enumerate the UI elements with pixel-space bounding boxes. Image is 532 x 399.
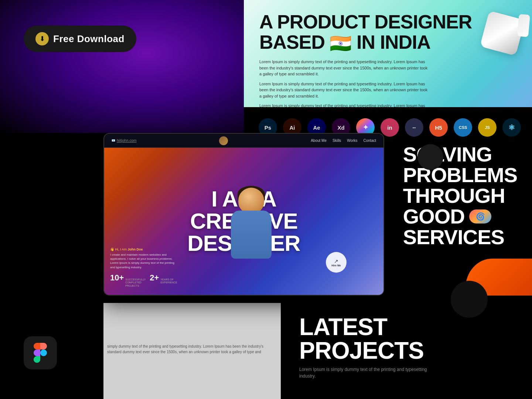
card-body-1: Lorem Ipsum is simply dummy text of the …: [259, 59, 429, 77]
latest-projects-section: LATEST PROJECTS Lorem Ipsum is simply du…: [281, 296, 532, 399]
person-illustration: [214, 184, 288, 295]
tool-moho[interactable]: •••: [405, 118, 423, 137]
greeting-text: 👋 Hi, I Am John Doe: [110, 248, 179, 251]
tool-invision[interactable]: in: [381, 118, 399, 137]
latest-projects-subtitle: Lorem Ipsum is simply dummy text of the …: [299, 366, 440, 379]
solving-line2: PROBLEMS: [403, 165, 517, 185]
portfolio-description: I create and maintain modern websites an…: [110, 253, 177, 269]
nav-skills[interactable]: Skills: [332, 139, 341, 143]
card-body-3: Lorem Ipsum is simply dummy text of the …: [259, 103, 429, 107]
free-download-label: Free Download: [53, 33, 125, 45]
person-head: [238, 188, 264, 214]
nav-contact[interactable]: Contact: [364, 139, 376, 143]
portfolio-stats: 10+ SUCCESSFULLY COMPLETED PROJECTS 2+ Y…: [110, 273, 179, 287]
bottom-small-text: simply dummy text of the printing and ty…: [107, 344, 277, 355]
product-designer-card: A PRODUCT DESIGNER BASED 🇮🇳 IN INDIA Lor…: [245, 0, 532, 107]
free-download-button[interactable]: ⬇ Free Download: [24, 25, 136, 52]
hire-me-label: Hire Me: [331, 264, 341, 267]
card-body-2: Lorem Ipsum is simply dummy text of the …: [259, 81, 429, 99]
person-shirt: [231, 211, 272, 259]
nav-works[interactable]: Works: [347, 139, 357, 143]
spiral-icon: 🌀: [469, 209, 491, 224]
tool-react[interactable]: ⚛: [502, 118, 521, 137]
solving-line4: GOOD 🌀: [403, 206, 517, 227]
india-flag: 🇮🇳: [330, 34, 351, 53]
portfolio-url: hiitjohn.com: [117, 139, 136, 143]
portfolio-logo: 📧 hiitjohn.com: [112, 139, 136, 143]
latest-projects-title: LATEST PROJECTS: [299, 315, 514, 362]
dark-circle-small-decoration: [451, 281, 488, 318]
portfolio-header: 📧 hiitjohn.com About Me Skills Works Con…: [104, 134, 383, 148]
tool-css3[interactable]: CSS: [454, 118, 472, 137]
bg-blob-left: [0, 0, 244, 133]
dark-circle-decoration: [417, 144, 443, 170]
stat-projects: 10+ SUCCESSFULLY COMPLETED PROJECTS: [110, 273, 144, 287]
tool-javascript[interactable]: JS: [478, 118, 497, 137]
portfolio-avatar: [219, 136, 228, 145]
download-icon: ⬇: [35, 32, 49, 45]
hire-arrow-icon: ↗: [334, 258, 338, 264]
figma-logo-badge: [24, 336, 57, 369]
nav-about[interactable]: About Me: [311, 139, 327, 143]
stat-experience: 2+ YEARS OF EXPERIENCE: [150, 273, 179, 287]
portfolio-sidebar-info: 👋 Hi, I Am John Doe I create and maintai…: [110, 248, 179, 287]
portfolio-body: I AM A CREATIVE DESIGNER 👋 Hi, I Am John…: [104, 148, 383, 295]
figma-icon: [34, 343, 47, 363]
solving-line5: SERVICES: [403, 227, 517, 248]
portfolio-preview: 📧 hiitjohn.com About Me Skills Works Con…: [103, 133, 384, 296]
tool-html5[interactable]: H5: [429, 118, 448, 137]
solving-line3: THROUGH: [403, 185, 517, 206]
card-title: A PRODUCT DESIGNER BASED 🇮🇳 IN INDIA: [259, 12, 517, 53]
portfolio-nav: About Me Skills Works Contact: [311, 139, 376, 143]
hire-me-button[interactable]: ↗ Hire Me: [326, 252, 347, 273]
